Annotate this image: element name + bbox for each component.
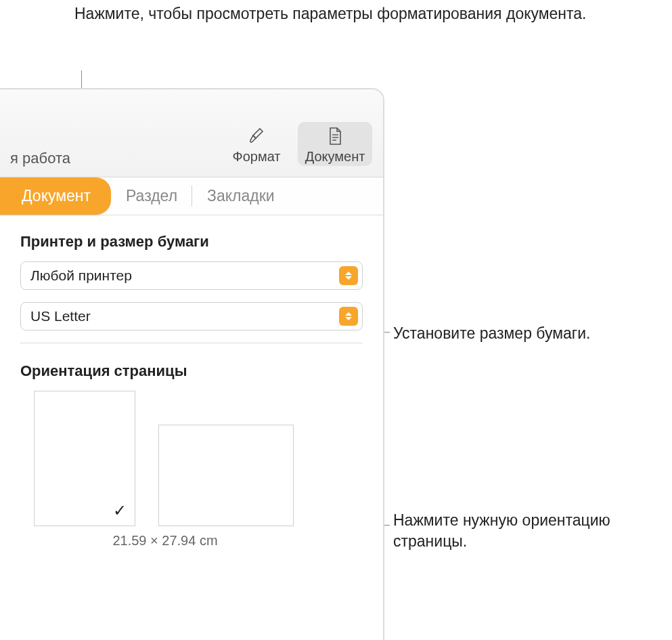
printer-popup[interactable]: Любой принтер (20, 261, 363, 290)
tab-section[interactable]: Раздел (111, 177, 192, 215)
callout-text-orientation: Нажмите нужную ориентацию страницы. (393, 510, 672, 552)
page-size-caption: 21.59 × 27.94 cm (20, 533, 296, 549)
paper-size-popup[interactable]: US Letter (20, 302, 363, 330)
updown-icon (339, 307, 358, 326)
inspector-panel: я работа Формат Документ (0, 88, 384, 640)
paper-size-popup-value: US Letter (30, 308, 339, 324)
panel-body: Принтер и размер бумаги Любой принтер US… (0, 215, 383, 549)
tab-bar: Документ Раздел Закладки (0, 177, 383, 215)
printer-section-title: Принтер и размер бумаги (20, 233, 363, 251)
document-icon (325, 126, 345, 146)
toolbar: я работа Формат Документ (0, 89, 383, 177)
document-button-label: Документ (300, 149, 369, 165)
printer-popup-value: Любой принтер (30, 268, 339, 284)
format-button[interactable]: Формат (219, 122, 294, 166)
toolbar-left-tab-fragment[interactable]: я работа (0, 150, 70, 167)
callout-text-format-options: Нажмите, чтобы просмотреть параметры фор… (74, 3, 587, 24)
divider (20, 343, 363, 343)
tab-bookmarks[interactable]: Закладки (192, 177, 290, 215)
orientation-row: ✓ (20, 391, 363, 526)
orientation-landscape[interactable] (158, 425, 294, 526)
orientation-portrait[interactable]: ✓ (34, 391, 135, 526)
paintbrush-icon (246, 126, 267, 146)
callout-text-paper-size: Установите размер бумаги. (393, 323, 590, 344)
document-button[interactable]: Документ (298, 122, 372, 166)
format-button-label: Формат (222, 149, 291, 165)
orientation-section-title: Ориентация страницы (20, 362, 363, 380)
updown-icon (339, 266, 358, 285)
tab-document[interactable]: Документ (0, 177, 111, 215)
checkmark-icon: ✓ (113, 501, 127, 520)
